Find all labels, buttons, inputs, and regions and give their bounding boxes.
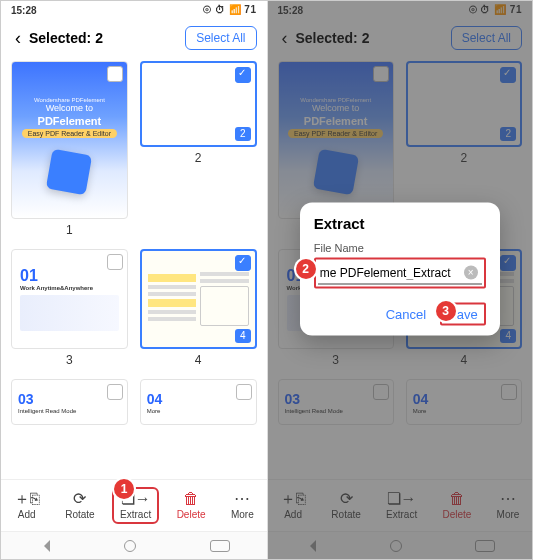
add-icon: ＋⎘ [14,491,40,507]
thumb[interactable]: 01 Work Anytime&Anywhere [11,249,128,349]
callout-2: 2 [296,259,316,279]
checkbox-icon[interactable] [107,384,123,400]
trash-icon: 🗑 [183,491,199,507]
page-title: Selected: 2 [29,30,185,46]
status-icons: ⦾ ⏱ 📶 71 [203,4,256,16]
checkbox-icon[interactable] [235,67,251,83]
page-thumb-3: 01 Work Anytime&Anywhere 3 [11,249,128,367]
checkbox-icon[interactable] [235,255,251,271]
thumb[interactable]: 03Intelligent Read Mode [11,379,128,425]
page-number: 3 [66,353,73,367]
page-badge: 4 [235,329,251,343]
rotate-button[interactable]: ⟳Rotate [59,489,100,522]
page-thumb-4: 4 4 [140,249,257,367]
nav-home-icon[interactable] [124,540,136,552]
more-icon: ⋯ [234,491,250,507]
checkbox-icon[interactable] [107,254,123,270]
page-grid: Wondershare PDFelement Welcome to PDFele… [1,57,267,479]
page-thumb-2: 2 2 [140,61,257,237]
thumb[interactable]: Wondershare PDFelement Welcome to PDFele… [11,61,128,219]
page-number: 2 [195,151,202,165]
status-time: 15:28 [11,5,37,16]
checkbox-icon[interactable] [236,384,252,400]
select-all-button[interactable]: Select All [185,26,256,50]
filename-label: File Name [314,241,486,253]
callout-1: 1 [114,479,134,499]
extract-dialog: Extract File Name × Cancel Save [300,202,500,335]
thumb[interactable]: 4 [140,249,257,349]
page-thumb-6: 04More [140,379,257,425]
callout-3: 3 [436,301,456,321]
rotate-icon: ⟳ [73,491,86,507]
clear-icon[interactable]: × [464,265,478,279]
nav-back-icon[interactable] [38,540,50,552]
delete-button[interactable]: 🗑Delete [171,489,212,522]
nav-recent-icon[interactable] [210,540,230,552]
page-badge: 2 [235,127,251,141]
more-button[interactable]: ⋯More [225,489,260,522]
filename-field-highlight: × [314,257,486,288]
page-thumb-1: Wondershare PDFelement Welcome to PDFele… [11,61,128,237]
filename-input[interactable] [318,261,482,284]
cancel-button[interactable]: Cancel [386,306,426,321]
status-bar: 15:28 ⦾ ⏱ 📶 71 [1,1,267,19]
page-number: 1 [66,223,73,237]
thumb[interactable]: 04More [140,379,257,425]
screen-extract-dialog: 15:28 ⦾ ⏱ 📶 71 ‹ Selected: 2 Select All … [267,1,533,559]
screen-select-pages: 15:28 ⦾ ⏱ 📶 71 ‹ Selected: 2 Select All … [1,1,267,559]
page-number: 4 [195,353,202,367]
checkbox-icon[interactable] [107,66,123,82]
back-icon[interactable]: ‹ [11,28,25,49]
android-nav [1,531,267,559]
add-button[interactable]: ＋⎘Add [8,489,46,522]
top-bar: ‹ Selected: 2 Select All [1,19,267,57]
dialog-title: Extract [314,214,486,231]
thumb[interactable]: 2 [140,61,257,147]
page-thumb-5: 03Intelligent Read Mode [11,379,128,425]
